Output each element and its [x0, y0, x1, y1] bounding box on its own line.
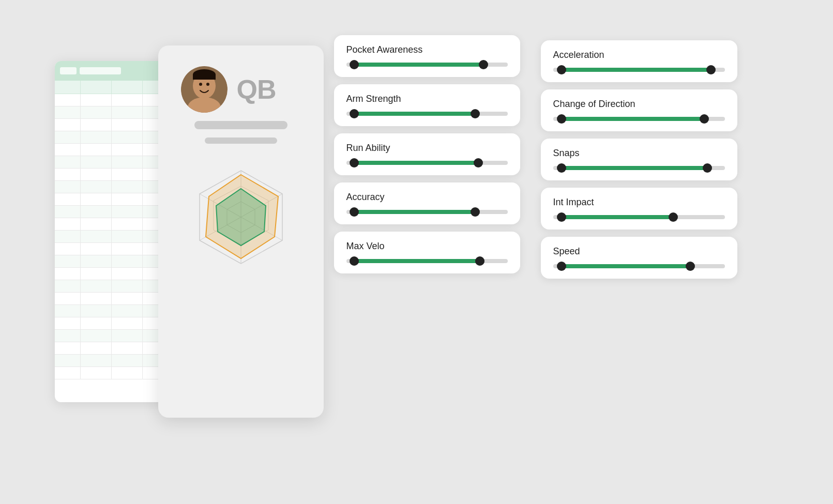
svg-point-4	[199, 83, 202, 86]
slider-thumb[interactable]	[686, 262, 695, 271]
stat-card-accuracy: Accuracy	[334, 182, 520, 224]
stat-card-acceleration: Acceleration	[541, 40, 737, 82]
stat-label: Snaps	[553, 148, 725, 159]
stat-card-int-impact: Int Impact	[541, 188, 737, 230]
slider-fill	[562, 68, 711, 72]
stat-label: Acceleration	[553, 50, 725, 60]
player-card: QB	[158, 45, 324, 418]
stat-card-max-velo: Max Velo	[334, 232, 520, 273]
player-avatar	[181, 66, 228, 113]
stat-label: Int Impact	[553, 197, 725, 208]
spreadsheet-header-long	[80, 67, 121, 74]
stat-card-arm-strength: Arm Strength	[334, 84, 520, 126]
slider-fill	[354, 112, 475, 116]
stat-card-change-of-direction: Change of Direction	[541, 89, 737, 131]
stat-cards-right-column: AccelerationChange of DirectionSnapsInt …	[541, 40, 737, 279]
slider-fill	[562, 215, 673, 219]
slider-thumb-start[interactable]	[350, 109, 359, 118]
slider-thumb-start[interactable]	[557, 65, 566, 74]
slider-thumb[interactable]	[700, 114, 709, 124]
slider-track[interactable]	[553, 264, 725, 268]
slider-track[interactable]	[553, 117, 725, 121]
slider-thumb[interactable]	[475, 256, 484, 266]
slider-thumb[interactable]	[706, 65, 716, 74]
slider-thumb-start[interactable]	[350, 256, 359, 266]
player-name-bar	[194, 121, 287, 129]
slider-fill	[354, 161, 478, 165]
player-avatar-row: QB	[171, 66, 311, 113]
slider-track[interactable]	[346, 210, 508, 214]
slider-thumb-start[interactable]	[557, 262, 566, 271]
stat-card-speed: Speed	[541, 237, 737, 279]
stat-cards-main-column: Pocket AwarenessArm StrengthRun AbilityA…	[334, 35, 520, 273]
stat-label: Pocket Awareness	[346, 44, 508, 55]
slider-track[interactable]	[346, 259, 508, 263]
stat-label: Arm Strength	[346, 94, 508, 104]
slider-thumb[interactable]	[703, 163, 712, 173]
stat-card-run-ability: Run Ability	[334, 133, 520, 175]
slider-track[interactable]	[346, 112, 508, 116]
slider-thumb-start[interactable]	[350, 158, 359, 167]
spreadsheet-header-block	[60, 67, 77, 74]
slider-thumb-start[interactable]	[350, 207, 359, 217]
slider-thumb[interactable]	[471, 109, 480, 118]
slider-track[interactable]	[553, 166, 725, 170]
slider-fill	[354, 63, 483, 67]
slider-thumb[interactable]	[474, 158, 483, 167]
slider-track[interactable]	[553, 215, 725, 219]
slider-fill	[562, 117, 704, 121]
stat-label: Change of Direction	[553, 99, 725, 110]
svg-point-5	[206, 83, 209, 86]
player-position: QB	[237, 74, 276, 105]
slider-track[interactable]	[553, 68, 725, 72]
stat-label: Speed	[553, 246, 725, 257]
player-info-bar	[205, 138, 277, 144]
slider-thumb-start[interactable]	[557, 114, 566, 124]
slider-thumb[interactable]	[479, 60, 488, 69]
stat-label: Accuracy	[346, 192, 508, 203]
slider-thumb[interactable]	[471, 207, 480, 217]
svg-rect-7	[193, 74, 216, 80]
slider-fill	[354, 210, 475, 214]
slider-thumb-start[interactable]	[350, 60, 359, 69]
stat-label: Run Ability	[346, 143, 508, 154]
stat-card-snaps: Snaps	[541, 139, 737, 180]
slider-thumb[interactable]	[669, 212, 678, 222]
slider-track[interactable]	[346, 63, 508, 67]
slider-fill	[354, 259, 480, 263]
radar-chart	[184, 160, 298, 274]
slider-thumb-start[interactable]	[557, 163, 566, 173]
slider-fill	[562, 166, 707, 170]
stat-label: Max Velo	[346, 241, 508, 252]
slider-track[interactable]	[346, 161, 508, 165]
slider-fill	[562, 264, 690, 268]
stat-card-pocket-awareness: Pocket Awareness	[334, 35, 520, 77]
slider-thumb-start[interactable]	[557, 212, 566, 222]
